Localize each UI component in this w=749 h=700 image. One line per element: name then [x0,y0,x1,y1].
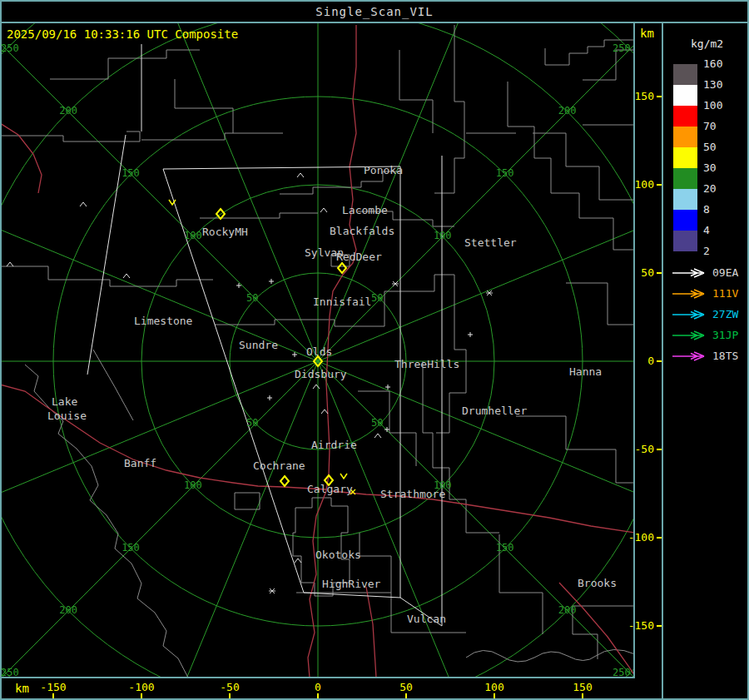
town-label: Strathmore [380,489,445,500]
window-borders [0,1,749,700]
station-id-label: 27ZW [712,309,738,320]
bottom-axis-tick-label: -50 [209,682,250,693]
station-id-label: 31JP [712,330,738,341]
town-label: Lake [52,396,77,408]
ring-distance-label: 50 [246,293,258,304]
town-label: Limestone [134,315,192,327]
town-label: RockyMH [202,226,248,238]
range-rings [0,0,749,700]
right-axis-tick-label: -150 [616,620,654,632]
town-label: Didsbury [295,369,347,380]
town-label: Stettler [464,237,517,249]
right-axis-tick-label: -50 [616,444,654,455]
ring-distance-label: 250 [1,668,19,678]
legend-scale-value: 2 [703,246,710,257]
ring-distance-label: 50 [246,418,258,429]
ring-distance-label: 150 [496,168,514,179]
radar-viewer-window: Single_Scan_VIL 2025/09/16 10:33:16 UTC … [0,0,749,700]
ring-distance-label: 150 [496,543,514,554]
legend-scale-value: 30 [703,162,717,174]
legend-scale-value: 160 [703,58,722,70]
ring-distance-label: 100 [184,231,202,241]
legend-unit-label: kg/m2 [691,38,723,50]
storm-markers [7,173,493,593]
town-label: Airdrie [311,439,357,451]
ring-distance-label: 150 [122,168,140,179]
town-label: Hanna [569,366,602,378]
town-label: Sundre [239,340,278,351]
ring-distance-label: 250 [1,43,19,54]
ring-distance-label: 200 [558,106,577,117]
bottom-axis-tick-label: 150 [562,682,603,693]
town-label: ThreeHills [394,359,459,370]
town-label: Brooks [578,578,617,589]
legend-scale-value: 50 [703,141,717,153]
right-axis-tick-label: 150 [616,91,654,102]
station-id-label: 111V [712,288,738,300]
right-axis-tick-label: 0 [616,355,654,367]
station-id-label: 18TS [712,350,738,362]
ring-distance-label: 250 [613,43,631,54]
town-label: Olds [306,346,332,358]
bottom-axis-unit: km [15,683,29,695]
ring-distance-label: 100 [184,480,202,491]
bottom-axis-tick-label: 100 [474,682,515,693]
right-axis-tick-label: 50 [616,267,654,279]
town-label: Banff [124,458,156,469]
ring-distance-label: 50 [371,293,383,304]
town-label: Ponoka [364,165,403,176]
right-axis-unit: km [640,27,654,40]
ring-distance-label: 100 [434,231,452,241]
town-label: Drumheller [462,405,527,417]
bottom-axis-tick-label: 0 [297,682,339,693]
legend-scale-value: 100 [703,100,722,112]
station-id-label: 09EA [712,267,738,279]
color-scale-boxes [673,64,697,251]
legend-scale-value: 70 [703,121,717,132]
town-label: Okotoks [315,549,361,561]
legend-scale-value: 4 [703,225,710,236]
town-label: Cochrane [253,460,305,472]
legend-scale-value: 130 [703,79,722,91]
scan-timestamp: 2025/09/16 10:33:16 UTC Composite [7,28,238,41]
radar-map-canvas [0,0,749,700]
ring-distance-label: 200 [59,605,77,616]
radial-lines [0,0,749,700]
town-label: HighRiver [322,578,380,590]
town-label: RedDeer [336,251,382,263]
town-label: Louise [47,410,87,422]
bottom-axis-tick-label: -100 [121,682,162,693]
window-title: Single_Scan_VIL [0,6,749,18]
ring-distance-label: 50 [371,418,383,429]
ring-distance-label: 200 [59,106,77,117]
right-axis-tick-label: -100 [616,532,654,544]
legend-scale-value: 20 [703,183,717,195]
town-label: Calgary [307,484,353,495]
legend-scale-value: 8 [703,204,710,216]
ring-distance-label: 150 [122,543,140,554]
right-axis-tick-label: 100 [616,179,654,191]
ring-distance-label: 200 [558,605,577,616]
bottom-axis-tick-label: -150 [32,682,74,693]
town-label: Lacombe [342,205,388,216]
town-label: Innisfail [313,296,371,308]
town-label: Vulcan [407,613,446,625]
town-label: Blackfalds [330,226,394,237]
ring-distance-label: 250 [613,668,631,678]
bottom-axis-tick-label: 50 [385,682,427,693]
station-arrows [672,269,704,360]
